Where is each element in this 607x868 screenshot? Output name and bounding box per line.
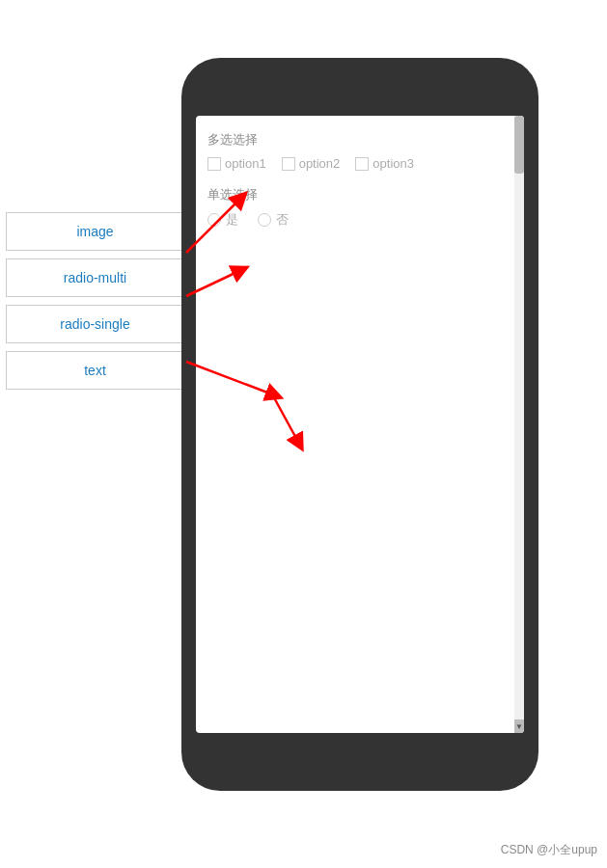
radio-yes[interactable]: 是 <box>207 211 238 229</box>
checkbox-label-3: option3 <box>372 156 414 171</box>
phone-screen: 多选选择 option1 option2 option3 单选选择 <box>196 116 524 733</box>
left-panel: image radio-multi radio-single text <box>6 212 184 390</box>
checkbox-option2[interactable]: option2 <box>282 156 341 171</box>
watermark: CSDN @小全upup <box>501 842 597 858</box>
image-button[interactable]: image <box>6 212 184 251</box>
radio-circle-no <box>258 213 271 227</box>
scrollbar-thumb[interactable] <box>514 116 524 174</box>
checkbox-label-2: option2 <box>299 156 341 171</box>
checkbox-box-2 <box>282 157 295 171</box>
radio-no[interactable]: 否 <box>258 211 289 229</box>
radio-circle-yes <box>207 213 221 227</box>
single-select-label: 单选选择 <box>207 186 512 203</box>
checkbox-label-1: option1 <box>225 156 266 171</box>
radio-label-no: 否 <box>276 211 289 229</box>
radio-multi-button[interactable]: radio-multi <box>6 258 184 297</box>
radio-row: 是 否 <box>207 211 512 229</box>
checkbox-option1[interactable]: option1 <box>207 156 266 171</box>
radio-label-yes: 是 <box>226 211 238 229</box>
phone-mockup: 多选选择 option1 option2 option3 单选选择 <box>181 58 538 791</box>
phone-screen-inner[interactable]: 多选选择 option1 option2 option3 单选选择 <box>196 116 524 733</box>
checkbox-option3[interactable]: option3 <box>355 156 414 171</box>
checkbox-box-3 <box>355 157 369 171</box>
checkbox-row: option1 option2 option3 <box>207 156 512 171</box>
radio-single-button[interactable]: radio-single <box>6 305 184 343</box>
scrollbar-down-arrow[interactable]: ▼ <box>514 719 524 733</box>
text-button[interactable]: text <box>6 351 184 390</box>
checkbox-box-1 <box>207 157 221 171</box>
scrollbar-track: ▼ <box>514 116 524 733</box>
multi-select-label: 多选选择 <box>207 131 512 149</box>
